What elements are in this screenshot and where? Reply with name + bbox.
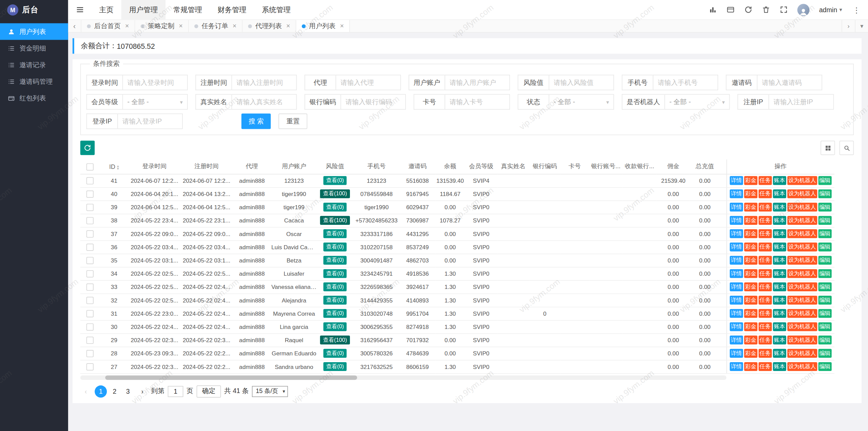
select-all-checkbox[interactable] — [86, 163, 94, 170]
sidebar-item[interactable]: 邀请记录 — [0, 57, 68, 73]
horizontal-scrollbar[interactable] — [80, 375, 727, 379]
search-field-input[interactable] — [232, 75, 297, 90]
action-button[interactable]: 详情 — [730, 336, 743, 345]
action-button[interactable]: 设为机器人 — [787, 176, 817, 185]
row-checkbox[interactable] — [86, 323, 94, 330]
action-button[interactable]: 任务 — [758, 282, 772, 291]
tab[interactable]: 后台首页× — [81, 20, 135, 32]
row-checkbox[interactable] — [86, 204, 94, 211]
action-button[interactable]: 编辑 — [818, 189, 831, 198]
action-button[interactable]: 彩金 — [744, 296, 757, 305]
row-checkbox[interactable] — [86, 297, 94, 304]
action-button[interactable]: 彩金 — [744, 282, 757, 291]
action-button[interactable]: 编辑 — [818, 362, 831, 371]
bar-chart-icon[interactable] — [709, 5, 717, 14]
page-size-select[interactable]: 15 条/页 ▾ — [252, 386, 288, 397]
action-button[interactable]: 任务 — [758, 216, 772, 225]
action-button[interactable]: 设为机器人 — [787, 216, 817, 225]
action-button[interactable]: 彩金 — [744, 176, 757, 185]
action-button[interactable]: 编辑 — [818, 336, 831, 345]
action-button[interactable]: 详情 — [730, 189, 743, 198]
risk-view-badge[interactable]: 查看(0) — [323, 322, 347, 331]
action-button[interactable]: 设为机器人 — [787, 269, 817, 278]
risk-view-badge[interactable]: 查看(100) — [320, 189, 350, 198]
action-button[interactable]: 编辑 — [818, 256, 831, 265]
panel-icon[interactable] — [727, 5, 735, 14]
action-button[interactable]: 设为机器人 — [787, 189, 817, 198]
sidebar-item[interactable]: 资金明细 — [0, 40, 68, 57]
action-button[interactable]: 任务 — [758, 309, 772, 318]
confirm-page-button[interactable]: 确定 — [197, 385, 221, 397]
page-number[interactable]: 1 — [95, 385, 107, 397]
action-button[interactable]: 彩金 — [744, 362, 757, 371]
tab-close-icon[interactable]: × — [340, 22, 344, 30]
next-page-button[interactable]: › — [137, 385, 148, 397]
row-checkbox[interactable] — [86, 363, 94, 370]
fullscreen-icon[interactable] — [780, 5, 788, 14]
table-refresh-button[interactable] — [80, 141, 95, 155]
action-button[interactable]: 详情 — [730, 229, 743, 238]
filter-columns-button[interactable] — [821, 141, 835, 155]
topnav-item[interactable]: 主页 — [91, 0, 121, 20]
risk-view-badge[interactable]: 查看(0) — [323, 256, 347, 265]
risk-view-badge[interactable]: 查看(0) — [323, 242, 347, 251]
action-button[interactable]: 账本 — [773, 269, 786, 278]
page-number[interactable]: 3 — [122, 385, 134, 397]
tab[interactable]: 代理列表× — [242, 20, 296, 32]
sidebar-item[interactable]: 邀请码管理 — [0, 73, 68, 90]
action-button[interactable]: 编辑 — [818, 176, 831, 185]
action-button[interactable]: 账本 — [773, 336, 786, 345]
action-button[interactable]: 设为机器人 — [787, 336, 817, 345]
tab-close-icon[interactable]: × — [179, 22, 182, 30]
action-button[interactable]: 设为机器人 — [787, 309, 817, 318]
user-menu[interactable]: admin ▾ — [819, 6, 842, 14]
reset-button[interactable]: 重置 — [279, 114, 308, 129]
page-number[interactable]: 2 — [109, 385, 120, 397]
action-button[interactable]: 任务 — [758, 176, 772, 185]
action-button[interactable]: 任务 — [758, 242, 772, 251]
row-checkbox[interactable] — [86, 217, 94, 224]
search-field-input[interactable] — [336, 75, 401, 90]
scrollbar-thumb[interactable] — [105, 375, 357, 379]
action-button[interactable]: 彩金 — [744, 189, 757, 198]
tab-scroll-right-button[interactable]: › — [842, 20, 855, 32]
action-button[interactable]: 编辑 — [818, 203, 831, 212]
action-button[interactable]: 编辑 — [818, 322, 831, 331]
action-button[interactable]: 彩金 — [744, 203, 757, 212]
action-button[interactable]: 彩金 — [744, 229, 757, 238]
action-button[interactable]: 详情 — [730, 322, 743, 331]
tab[interactable]: 策略定制× — [135, 20, 189, 32]
action-button[interactable]: 任务 — [758, 203, 772, 212]
action-button[interactable]: 账本 — [773, 189, 786, 198]
row-checkbox[interactable] — [86, 191, 94, 198]
action-button[interactable]: 彩金 — [744, 322, 757, 331]
action-button[interactable]: 账本 — [773, 362, 786, 371]
action-button[interactable]: 彩金 — [744, 256, 757, 265]
action-button[interactable]: 账本 — [773, 176, 786, 185]
sidebar-item[interactable]: 红包列表 — [0, 90, 68, 106]
risk-view-badge[interactable]: 查看(0) — [323, 203, 347, 212]
search-field-input[interactable] — [445, 94, 510, 110]
tab[interactable]: 任务订单× — [189, 20, 242, 32]
tab-close-icon[interactable]: × — [286, 22, 290, 30]
action-button[interactable]: 编辑 — [818, 229, 831, 238]
tab-operations-button[interactable]: ▾ — [855, 20, 868, 32]
search-field-input[interactable] — [653, 75, 718, 90]
risk-view-badge[interactable]: 查看(100) — [320, 336, 350, 345]
collapse-menu-icon[interactable] — [68, 0, 92, 20]
risk-view-badge[interactable]: 查看(0) — [323, 296, 347, 305]
action-button[interactable]: 账本 — [773, 216, 786, 225]
brand-logo[interactable]: M 后台 — [0, 0, 68, 20]
action-button[interactable]: 设为机器人 — [787, 322, 817, 331]
row-checkbox[interactable] — [86, 350, 94, 357]
action-button[interactable]: 设为机器人 — [787, 362, 817, 371]
action-button[interactable]: 设为机器人 — [787, 282, 817, 291]
risk-view-badge[interactable]: 查看(0) — [323, 309, 347, 318]
action-button[interactable]: 任务 — [758, 296, 772, 305]
action-button[interactable]: 任务 — [758, 189, 772, 198]
trash-icon[interactable] — [762, 5, 770, 14]
action-button[interactable]: 账本 — [773, 242, 786, 251]
action-button[interactable]: 详情 — [730, 176, 743, 185]
action-button[interactable]: 详情 — [730, 256, 743, 265]
action-button[interactable]: 账本 — [773, 229, 786, 238]
